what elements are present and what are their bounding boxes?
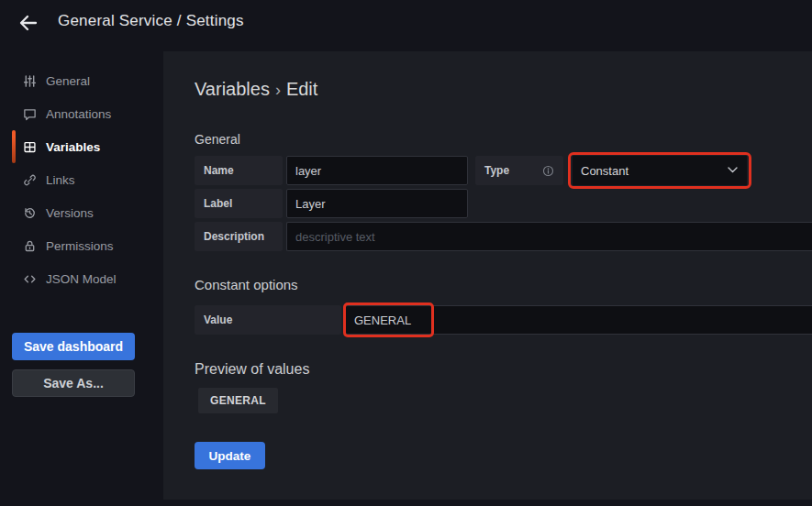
sidebar-item-label: Variables	[46, 140, 100, 154]
sidebar-item-variables[interactable]: Variables	[0, 130, 163, 163]
page-header-title: General Service / Settings	[58, 12, 244, 30]
sidebar-item-label: Permissions	[46, 239, 114, 253]
description-input[interactable]	[286, 222, 812, 251]
sidebar-item-label: Links	[46, 173, 75, 187]
value-field-label: Value	[195, 305, 341, 335]
arrow-left-icon	[17, 12, 39, 34]
back-button[interactable]	[15, 9, 42, 37]
settings-content-panel: Variables›Edit General Name Type Constan…	[163, 51, 812, 500]
sidebar-item-label: Versions	[46, 206, 94, 220]
sidebar-item-annotations[interactable]: Annotations	[0, 97, 163, 130]
breadcrumb-variables-link[interactable]: Variables	[195, 79, 270, 99]
sidebar-item-json-model[interactable]: JSON Model	[0, 262, 163, 295]
info-icon[interactable]	[542, 165, 554, 177]
name-input[interactable]	[286, 156, 468, 185]
type-select[interactable]: Constant	[573, 156, 747, 185]
label-input[interactable]	[286, 189, 468, 218]
breadcrumb: Variables›Edit	[195, 79, 317, 100]
lock-icon	[22, 238, 37, 253]
value-input[interactable]	[345, 305, 812, 335]
grid-icon	[22, 139, 37, 154]
value-row: Value	[195, 305, 812, 335]
sidebar-item-links[interactable]: Links	[0, 163, 163, 196]
sidebar-item-label: JSON Model	[46, 272, 117, 286]
sliders-icon	[22, 73, 37, 88]
name-type-row: Name Type Constant	[195, 156, 812, 185]
sidebar-item-general[interactable]: General	[0, 64, 163, 97]
breadcrumb-separator: ›	[270, 81, 286, 99]
sidebar-item-label: Annotations	[46, 107, 111, 121]
general-section-heading: General	[195, 132, 240, 147]
preview-value-badge: GENERAL	[198, 388, 278, 413]
link-icon	[22, 172, 37, 187]
constant-options-heading: Constant options	[195, 277, 298, 292]
code-icon	[22, 271, 37, 286]
label-field-label: Label	[195, 189, 283, 218]
sidebar-item-label: General	[46, 74, 90, 88]
preview-heading: Preview of values	[195, 361, 309, 378]
sidebar-item-permissions[interactable]: Permissions	[0, 229, 163, 262]
type-select-value: Constant	[581, 164, 628, 178]
comment-icon	[22, 106, 37, 121]
settings-sidebar: General Annotations Variables Links	[0, 64, 163, 295]
description-row: Description	[195, 222, 812, 251]
chevron-down-icon	[728, 167, 738, 173]
save-as-button[interactable]: Save As...	[12, 369, 135, 397]
history-icon	[22, 205, 37, 220]
description-field-label: Description	[195, 222, 283, 251]
update-button[interactable]: Update	[195, 442, 265, 469]
name-field-label: Name	[195, 156, 283, 185]
type-field-label: Type	[475, 156, 563, 185]
save-dashboard-button[interactable]: Save dashboard	[12, 333, 135, 360]
breadcrumb-page: Edit	[286, 79, 317, 99]
label-row: Label	[195, 189, 812, 218]
sidebar-item-versions[interactable]: Versions	[0, 196, 163, 229]
